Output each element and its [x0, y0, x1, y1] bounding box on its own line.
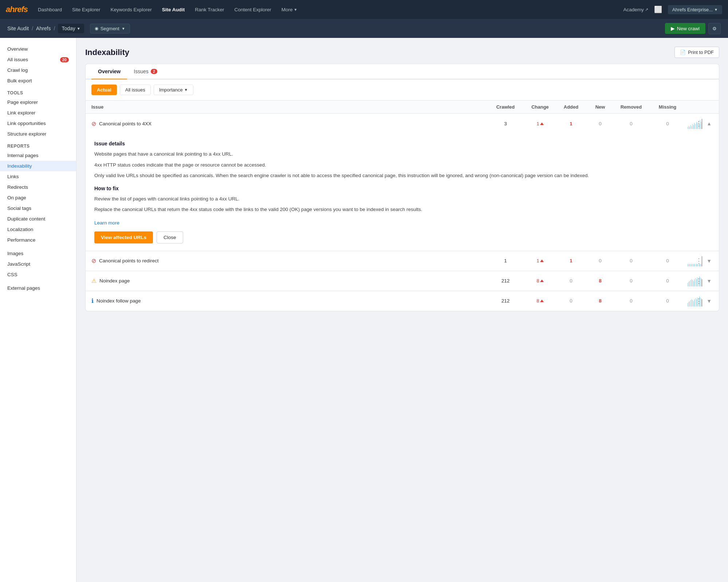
sidebar-item-overview[interactable]: Overview — [0, 44, 76, 54]
removed-value: 0 — [615, 121, 648, 126]
sidebar-item-localization[interactable]: Localization — [0, 224, 76, 235]
table-header: Issue Crawled Change Added New Removed M… — [86, 101, 719, 114]
error-icon: ⊘ — [91, 257, 96, 264]
nav-right: Academy ↗ ⬜ Ahrefs Enterprise... ▼ — [623, 4, 722, 15]
sidebar-item-links[interactable]: Links — [0, 171, 76, 182]
filter-bar: Actual All issues Importance ▼ — [86, 79, 719, 101]
breadcrumb-bar: Site Audit / Ahrefs / Today ▼ ◉ Segment … — [0, 19, 728, 38]
detail-desc2: 4xx HTTP status codes indicate that the … — [94, 161, 710, 169]
row-actions: ⋮ ▼ — [702, 277, 713, 285]
removed-value: 0 — [615, 258, 648, 263]
sidebar-item-redirects[interactable]: Redirects — [0, 182, 76, 192]
filter-all-issues-button[interactable]: All issues — [120, 85, 151, 95]
chevron-down-icon[interactable]: ▼ — [705, 297, 713, 305]
more-options-icon[interactable]: ⋮ — [694, 120, 704, 128]
issue-label: Canonical points to redirect — [99, 258, 159, 263]
new-value: 0 — [586, 258, 615, 263]
fix-step2: Replace the canonical URLs that return t… — [94, 206, 710, 214]
table-row: ℹ Noindex follow page 212 8 0 8 0 0 ⋮ — [86, 291, 719, 311]
how-to-fix-title: How to fix — [94, 185, 710, 191]
filter-actual-button[interactable]: Actual — [91, 85, 117, 95]
missing-value: 0 — [648, 121, 688, 126]
sidebar-item-bulk-export[interactable]: Bulk export — [0, 75, 76, 86]
warning-icon: ⚠ — [91, 277, 97, 284]
new-value: 0 — [586, 121, 615, 126]
col-removed: Removed — [615, 104, 648, 110]
change-value: 1 — [524, 258, 556, 263]
sidebar-item-on-page[interactable]: On page — [0, 192, 76, 203]
row-actions: ⋮ ▼ — [702, 297, 713, 305]
issues-card: Overview Issues 2 Actual All issues Impo… — [85, 64, 719, 311]
missing-value: 0 — [648, 298, 688, 304]
col-change: Change — [524, 104, 556, 110]
breadcrumb-sep2: / — [54, 26, 55, 31]
nav-item-site-audit[interactable]: Site Audit — [158, 5, 189, 15]
monitor-icon[interactable]: ⬜ — [651, 4, 665, 15]
detail-actions: View affected URLs Close — [94, 226, 710, 251]
issue-cell: ℹ Noindex follow page — [91, 297, 487, 304]
chevron-down-icon[interactable]: ▼ — [705, 257, 713, 265]
row-actions: ⋮ ▲ — [702, 120, 713, 128]
new-value: 8 — [586, 278, 615, 284]
more-options-icon[interactable]: ⋮ — [694, 297, 704, 305]
nav-item-keywords-explorer[interactable]: Keywords Explorer — [106, 5, 156, 15]
sidebar-item-all-issues[interactable]: All issues 20 — [0, 54, 76, 65]
col-crawled: Crawled — [487, 104, 524, 110]
table-row: ⊘ Canonical points to 4XX 3 1 1 0 0 0 ⋮ — [86, 114, 719, 133]
nav-item-site-explorer[interactable]: Site Explorer — [68, 5, 105, 15]
new-crawl-button[interactable]: ▶ New crawl — [665, 23, 705, 34]
error-icon: ⊘ — [91, 120, 96, 127]
tab-issues[interactable]: Issues 2 — [127, 64, 164, 79]
added-value: 1 — [556, 121, 586, 126]
detail-desc3: Only valid live URLs should be specified… — [94, 172, 710, 180]
table-row: ⚠ Noindex page 212 8 0 8 0 0 ⋮ ▼ — [86, 271, 719, 291]
nav-item-content-explorer[interactable]: Content Explorer — [230, 5, 275, 15]
view-affected-urls-button[interactable]: View affected URLs — [94, 231, 153, 243]
sidebar-item-javascript[interactable]: JavaScript — [0, 259, 76, 269]
sidebar-item-external-pages[interactable]: External pages — [0, 283, 76, 293]
change-value: 8 — [524, 278, 556, 284]
sidebar: Overview All issues 20 Crawl log Bulk ex… — [0, 38, 76, 582]
sidebar-item-images[interactable]: Images — [0, 248, 76, 259]
sidebar-item-social-tags[interactable]: Social tags — [0, 203, 76, 214]
sidebar-item-duplicate-content[interactable]: Duplicate content — [0, 214, 76, 224]
chevron-down-icon[interactable]: ▼ — [705, 277, 713, 285]
close-button[interactable]: Close — [157, 231, 183, 243]
nav-item-dashboard[interactable]: Dashboard — [34, 5, 66, 15]
print-icon: 📄 — [680, 50, 686, 55]
sidebar-item-link-opportunities[interactable]: Link opportunities — [0, 118, 76, 129]
nav-item-rank-tracker[interactable]: Rank Tracker — [190, 5, 228, 15]
breadcrumb-right: ▶ New crawl ⚙ — [665, 23, 721, 34]
page-title: Indexability — [85, 48, 129, 57]
all-issues-badge: 20 — [60, 57, 69, 62]
issue-label: Noindex page — [99, 278, 130, 284]
filter-importance-button[interactable]: Importance ▼ — [154, 85, 193, 95]
nav-enterprise-button[interactable]: Ahrefs Enterprise... ▼ — [668, 5, 722, 14]
chevron-up-icon[interactable]: ▲ — [705, 120, 713, 127]
nav-academy-link[interactable]: Academy ↗ — [623, 7, 648, 12]
sidebar-item-link-explorer[interactable]: Link explorer — [0, 108, 76, 118]
sidebar-item-page-explorer[interactable]: Page explorer — [0, 97, 76, 108]
sidebar-item-crawl-log[interactable]: Crawl log — [0, 65, 76, 75]
sidebar-item-performance[interactable]: Performance — [0, 235, 76, 245]
issues-table: Issue Crawled Change Added New Removed M… — [86, 101, 719, 311]
sidebar-item-css[interactable]: CSS — [0, 269, 76, 280]
added-value: 0 — [556, 278, 586, 284]
sidebar-item-structure-explorer[interactable]: Structure explorer — [0, 129, 76, 139]
nav-item-more[interactable]: More ▼ — [277, 5, 302, 15]
missing-value: 0 — [648, 278, 688, 284]
sidebar-item-internal-pages[interactable]: Internal pages — [0, 150, 76, 161]
issues-badge: 2 — [151, 69, 157, 74]
sidebar-item-indexability[interactable]: Indexability — [0, 161, 76, 171]
more-options-icon[interactable]: ⋮ — [694, 257, 704, 265]
more-options-icon[interactable]: ⋮ — [694, 277, 704, 285]
print-to-pdf-button[interactable]: 📄 Print to PDF — [674, 47, 719, 58]
learn-more-link[interactable]: Learn more — [94, 220, 119, 226]
added-value: 0 — [556, 298, 586, 304]
settings-button[interactable]: ⚙ — [708, 23, 721, 34]
tab-overview[interactable]: Overview — [91, 64, 127, 79]
breadcrumb-today-dropdown[interactable]: Today ▼ — [58, 24, 84, 33]
main-content: Indexability 📄 Print to PDF Overview Iss… — [76, 38, 728, 582]
segment-button[interactable]: ◉ Segment ▼ — [90, 24, 130, 34]
crawled-value: 212 — [487, 278, 524, 284]
